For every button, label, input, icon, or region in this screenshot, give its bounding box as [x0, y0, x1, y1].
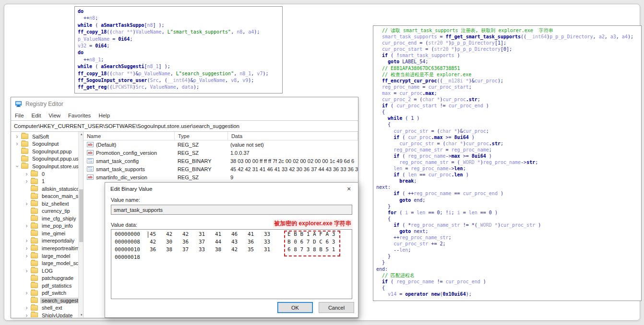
- expand-expanded-icon[interactable]: ›: [15, 163, 20, 169]
- registry-value-row[interactable]: 011110smart_task_configREG_BINARY38 03 0…: [83, 157, 358, 165]
- menu-favorites[interactable]: Favorites: [64, 113, 95, 118]
- expand-collapsed-icon[interactable]: ›: [24, 290, 29, 295]
- tree-item-ime_pop_info[interactable]: ›ime_pop_info: [11, 222, 78, 230]
- hex-byte[interactable]: 41: [248, 231, 264, 237]
- window-title: Registry Editor: [25, 101, 63, 107]
- hex-byte[interactable]: 33: [264, 231, 280, 237]
- expand-collapsed-icon[interactable]: ›: [24, 172, 29, 176]
- expand-collapsed-icon[interactable]: ›: [14, 134, 20, 139]
- tree-item-pdf_switch[interactable]: ›pdf_switch: [11, 289, 78, 297]
- tree-item-label: ime_pop_info: [40, 223, 74, 229]
- registry-address-bar[interactable]: Computer\HKEY_CURRENT_USER\SOFTWARE\Sogo…: [11, 120, 358, 132]
- tree-item-imereportrealtime[interactable]: ›imereportrealtime: [11, 244, 78, 252]
- close-icon[interactable]: ×: [340, 183, 358, 195]
- value-name-input[interactable]: [111, 205, 352, 215]
- registry-value-row[interactable]: 011110smart_task_supportsREG_BINARY45 42…: [83, 165, 358, 173]
- hex-byte[interactable]: 42: [166, 231, 182, 237]
- hex-byte[interactable]: 37: [199, 239, 215, 245]
- hex-byte[interactable]: 31: [264, 246, 280, 253]
- code-panel-right: // 读取 smart_task_supports 注册表, 获取到 explo…: [373, 25, 642, 301]
- hex-byte[interactable]: 36: [248, 239, 264, 245]
- registry-value-row[interactable]: abPromotion_config_versionREG_SZ1.0.0.37: [83, 149, 358, 157]
- tree-item-ShiplyUpdate[interactable]: ›ShiplyUpdate: [11, 312, 78, 317]
- expand-collapsed-icon[interactable]: ›: [24, 254, 29, 258]
- hex-byte[interactable]: 41: [215, 231, 231, 237]
- expand-collapsed-icon[interactable]: ›: [24, 313, 29, 317]
- tree-item-1[interactable]: ›1: [11, 177, 78, 185]
- menu-view[interactable]: View: [45, 113, 64, 118]
- tree-item-shell_ext[interactable]: ›shell_ext: [11, 304, 78, 312]
- tree-item-pdf_statistics[interactable]: pdf_statistics: [11, 282, 78, 290]
- tree-item-currency_tip[interactable]: currency_tip: [11, 207, 78, 215]
- hex-byte[interactable]: 35: [248, 246, 264, 253]
- hex-byte[interactable]: 36: [150, 246, 166, 253]
- column-header-type[interactable]: Type: [175, 132, 228, 140]
- folder-icon: [31, 283, 38, 288]
- menu-help[interactable]: Help: [95, 113, 114, 118]
- code-line: cur_proc_str += 2;: [376, 241, 641, 247]
- tree-item-label: 1: [40, 178, 46, 184]
- hex-byte[interactable]: 37: [182, 246, 199, 253]
- ok-button[interactable]: OK: [277, 302, 313, 313]
- hex-byte[interactable]: 38: [215, 246, 231, 253]
- expand-collapsed-icon[interactable]: ›: [24, 305, 29, 310]
- expand-collapsed-icon[interactable]: ›: [14, 141, 20, 146]
- registry-value-row[interactable]: absmartinfo_dic_versionREG_SZ9: [83, 173, 358, 181]
- tree-item-patchupgrade[interactable]: patchupgrade: [11, 274, 78, 282]
- expand-collapsed-icon[interactable]: ›: [24, 201, 29, 206]
- code-line: goto next;: [376, 228, 641, 234]
- hex-byte[interactable]: 42: [150, 239, 166, 245]
- folder-icon: [21, 141, 28, 147]
- tree-item-ime_qimei[interactable]: ime_qimei: [11, 230, 78, 237]
- tree-item-SogouInput.ppup.user[interactable]: SogouInput.ppup.user: [11, 155, 78, 163]
- column-header-data[interactable]: Data: [228, 132, 358, 140]
- tree-item-ime_cfg_shiply[interactable]: ime_cfg_shiply: [11, 215, 78, 222]
- registry-value-row[interactable]: ab(Default)REG_SZ(value not set): [83, 140, 358, 149]
- expand-collapsed-icon[interactable]: ›: [24, 238, 29, 243]
- expand-collapsed-icon[interactable]: ›: [24, 268, 29, 273]
- tree-item-biz_shellext[interactable]: ›biz_shellext: [11, 200, 78, 208]
- tree-item-search_suggestion[interactable]: search_suggestion: [11, 297, 78, 304]
- expand-collapsed-icon[interactable]: ›: [24, 223, 29, 228]
- value-type: REG_BINARY: [174, 166, 227, 172]
- expand-collapsed-icon[interactable]: ›: [24, 179, 29, 184]
- tree-item-label: currency_tip: [40, 208, 72, 214]
- folder-icon: [31, 223, 38, 229]
- hex-byte[interactable]: 31: [199, 231, 215, 237]
- hex-byte[interactable]: 45: [150, 231, 166, 237]
- hex-byte[interactable]: 43: [231, 239, 248, 245]
- menu-file[interactable]: File: [11, 113, 28, 118]
- hex-byte[interactable]: 33: [199, 246, 215, 253]
- cancel-button[interactable]: Cancel: [319, 302, 354, 313]
- tree-item-SogouInput.ppup[interactable]: SogouInput.ppup: [11, 148, 78, 155]
- hex-byte[interactable]: 36: [182, 239, 199, 245]
- hex-byte[interactable]: 30: [166, 239, 182, 245]
- hex-editor[interactable]: 000000004542423141464133E B B 1 A F A 30…: [111, 229, 352, 299]
- code-line: reg_proc_name = cur_proc_start;: [376, 84, 641, 90]
- tree-item-LOG[interactable]: ›LOG: [11, 267, 78, 275]
- tree-item-beacon_main_switch[interactable]: beacon_main_switch: [11, 192, 78, 200]
- hex-byte[interactable]: 44: [215, 239, 231, 245]
- hex-byte[interactable]: 33: [264, 239, 280, 245]
- tree-item-large_model_scene[interactable]: large_model_scene: [11, 259, 78, 267]
- hex-byte[interactable]: 42: [231, 246, 248, 253]
- hex-byte[interactable]: 38: [166, 246, 182, 253]
- menu-edit[interactable]: Edit: [28, 113, 45, 118]
- tree-item-label: patchupgrade: [40, 275, 75, 281]
- column-header-name[interactable]: Name: [83, 132, 175, 140]
- tree-item-allskin_statusiconstatistics[interactable]: allskin_statusiconstatistics: [11, 185, 78, 193]
- hex-byte[interactable]: 42: [182, 231, 199, 237]
- tree-item-SogouInput[interactable]: ›SogouInput: [11, 140, 78, 148]
- tree-item-0[interactable]: ›0: [11, 170, 78, 178]
- folder-icon: [21, 163, 28, 169]
- tree-item-SogouInput.store.user[interactable]: ›SogouInput.store.user: [11, 162, 78, 170]
- dialog-titlebar: Edit Binary Value ×: [105, 183, 358, 195]
- expand-collapsed-icon[interactable]: ›: [24, 246, 29, 251]
- tree-scrollbar[interactable]: ▲ ▼: [78, 132, 83, 317]
- value-data: 1.0.0.37: [227, 150, 358, 156]
- tree-item-large_model[interactable]: ›large_model: [11, 252, 78, 260]
- reg-sz-icon: ab: [87, 150, 94, 155]
- tree-item-imereportdaily[interactable]: ›imereportdaily: [11, 237, 78, 245]
- tree-item-SalSoft[interactable]: ›SalSoft: [11, 133, 78, 140]
- hex-byte[interactable]: 46: [231, 231, 248, 237]
